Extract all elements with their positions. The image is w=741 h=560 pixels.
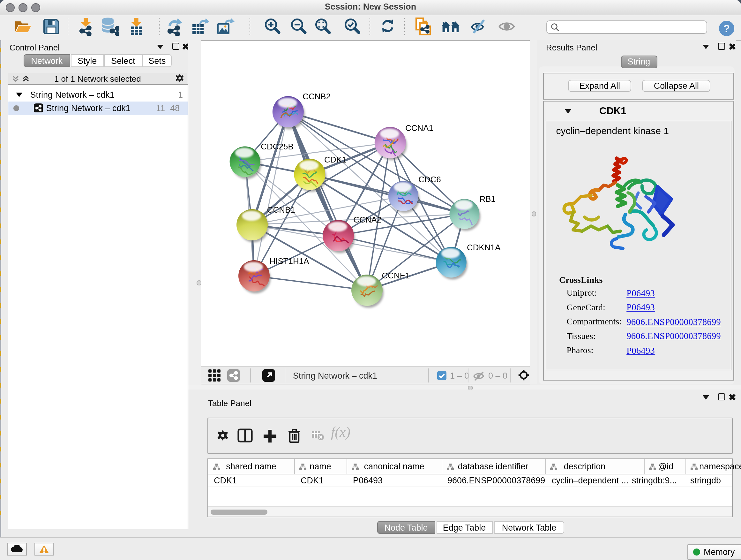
svg-text:CCNE1: CCNE1: [382, 271, 410, 280]
svg-text:CDC6: CDC6: [418, 175, 441, 184]
svg-text:CCNA1: CCNA1: [405, 123, 433, 133]
svg-text:CCNA2: CCNA2: [353, 215, 381, 225]
svg-text:HIST1H1A: HIST1H1A: [269, 256, 309, 266]
svg-text:CDK1: CDK1: [324, 155, 346, 165]
svg-text:CDKN1A: CDKN1A: [467, 243, 501, 252]
svg-text:?: ?: [724, 22, 730, 35]
svg-text:CCNB1: CCNB1: [267, 205, 295, 214]
svg-text:CDC25B: CDC25B: [261, 142, 293, 151]
svg-text:RB1: RB1: [479, 194, 495, 204]
svg-text:CCNB2: CCNB2: [302, 91, 331, 101]
